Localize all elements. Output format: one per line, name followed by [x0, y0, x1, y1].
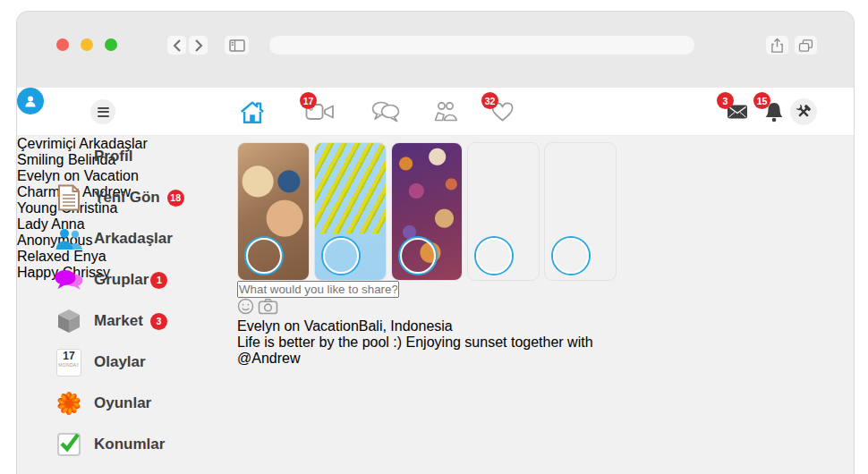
sidebar-item-label: Profil — [94, 148, 132, 165]
calendar-icon: 17 MONDAY — [56, 349, 81, 377]
user-icon — [22, 93, 38, 109]
post-author-name[interactable]: Evelyn on Vacation — [237, 318, 359, 334]
nav-friends-button[interactable] — [430, 98, 461, 125]
sidebar-item-label: Konumlar — [94, 436, 165, 453]
page-content: Profil Yeni Gön 18 — [17, 136, 854, 474]
document-icon — [57, 184, 81, 211]
zoom-window-button[interactable] — [105, 38, 117, 51]
market-cube-icon — [57, 309, 81, 334]
sidebar-item-locations[interactable]: Konumlar — [53, 424, 241, 465]
nav-settings-button[interactable] — [790, 98, 817, 125]
feed: Evelyn on VacationBali, Indonesia Life i… — [237, 142, 617, 367]
nav-notifications-button[interactable]: 15 — [759, 98, 789, 125]
sidebar-item-label: Arkadaşlar — [94, 230, 173, 248]
share-button[interactable] — [766, 36, 788, 55]
people-icon — [432, 101, 459, 123]
feed-post: Evelyn on VacationBali, Indonesia Life i… — [237, 318, 617, 367]
video-badge: 17 — [300, 92, 317, 109]
sidebar-item-games[interactable]: Oyunlar — [53, 383, 241, 424]
chevron-right-icon — [194, 39, 203, 52]
post-mention-link[interactable]: @Andrew — [237, 351, 301, 366]
games-flower-icon — [56, 391, 81, 416]
tabs-icon — [798, 38, 813, 53]
browser-window: 17 32 — [16, 11, 855, 474]
sidebar-item-market[interactable]: Market 3 — [53, 300, 241, 342]
checkbox-icon — [57, 433, 81, 456]
story-avatar — [246, 238, 282, 274]
story-card[interactable] — [391, 142, 464, 281]
new-posts-badge: 18 — [167, 190, 184, 207]
tabs-overview-button[interactable] — [795, 36, 817, 55]
smiley-icon — [237, 298, 254, 315]
back-button[interactable] — [167, 36, 186, 55]
nav-messages-button[interactable] — [370, 98, 401, 125]
sidebar-item-groups[interactable]: Gruplar 1 — [53, 259, 241, 300]
groups-badge: 1 — [150, 272, 167, 289]
emoji-button[interactable] — [237, 302, 258, 317]
friends-icon — [55, 227, 83, 250]
nav-mail-button[interactable]: 3 — [722, 98, 753, 125]
stories-carousel — [237, 142, 617, 281]
story-card[interactable] — [237, 142, 310, 281]
menu-button[interactable] — [90, 99, 115, 124]
post-text: Life is better by the pool :) Enjoying s… — [237, 334, 593, 350]
story-avatar — [400, 238, 436, 274]
sidebar-item-friends[interactable]: Arkadaşlar — [53, 218, 241, 259]
story-card[interactable] — [314, 142, 387, 281]
story-avatar — [553, 238, 589, 274]
photo-upload-button[interactable] — [258, 302, 278, 317]
market-badge: 3 — [150, 313, 167, 330]
browser-toolbar — [17, 12, 854, 88]
home-icon — [239, 99, 266, 124]
sidebar-item-label: Yeni Gön — [94, 189, 160, 207]
calendar-month: MONDAY — [57, 362, 81, 368]
chevron-left-icon — [173, 39, 182, 52]
left-sidebar: Profil Yeni Gön 18 — [53, 136, 241, 465]
forward-button[interactable] — [189, 36, 208, 55]
sidebar-panel-icon — [229, 39, 245, 52]
story-card[interactable] — [544, 142, 617, 281]
app-top-nav: 17 32 — [17, 88, 854, 136]
likes-badge: 32 — [481, 92, 498, 109]
nav-video-button[interactable]: 17 — [305, 98, 336, 125]
notifications-badge: 15 — [753, 92, 770, 109]
chat-bubbles-icon — [370, 100, 401, 123]
sidebar-item-label: Gruplar — [94, 271, 149, 289]
profile-photo-icon — [54, 141, 84, 172]
close-window-button[interactable] — [56, 38, 69, 51]
story-card[interactable] — [467, 142, 540, 281]
calendar-day: 17 — [57, 350, 81, 362]
story-avatar — [476, 238, 512, 274]
story-avatar — [323, 238, 359, 274]
current-user-avatar[interactable] — [17, 88, 44, 114]
tools-icon — [795, 103, 813, 121]
minimize-window-button[interactable] — [81, 38, 93, 51]
sidebar-item-label: Market — [94, 312, 143, 330]
nav-home-button[interactable] — [237, 98, 268, 125]
sidebar-item-profile[interactable]: Profil — [53, 136, 241, 177]
sidebar-item-new-posts[interactable]: Yeni Gön 18 — [53, 177, 241, 218]
sidebar-toggle-button[interactable] — [225, 36, 249, 55]
sidebar-item-label: Olaylar — [94, 353, 146, 371]
groups-icon — [54, 268, 84, 292]
composer-input[interactable] — [237, 281, 399, 298]
address-bar[interactable] — [269, 36, 694, 55]
post-composer — [237, 281, 617, 318]
camera-icon — [258, 298, 278, 315]
post-location: Bali, Indonesia — [359, 318, 453, 334]
sidebar-item-events[interactable]: 17 MONDAY Olaylar — [53, 342, 241, 383]
share-icon — [770, 38, 784, 54]
sidebar-item-label: Oyunlar — [94, 394, 151, 412]
nav-likes-button[interactable]: 32 — [487, 98, 517, 125]
mail-badge: 3 — [717, 92, 734, 109]
